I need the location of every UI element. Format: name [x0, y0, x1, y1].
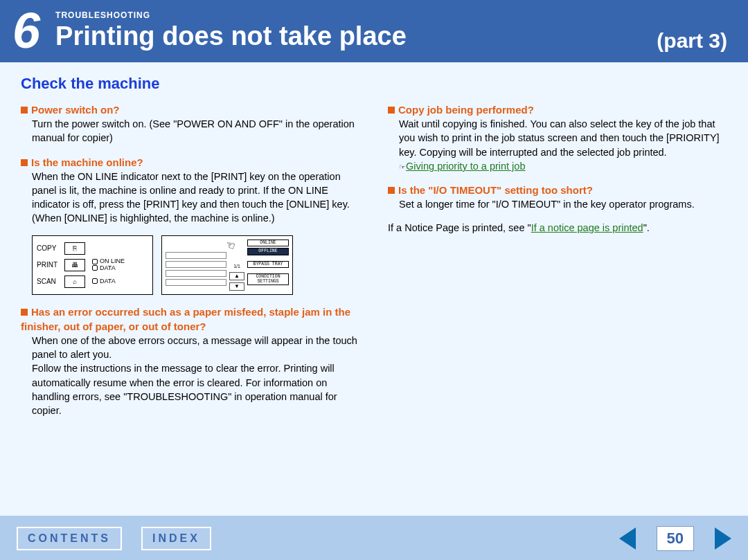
next-page-button[interactable] [715, 527, 731, 550]
item-body: When one of the above errors occurs, a m… [21, 334, 360, 418]
category-label: TROUBLESHOOTING [55, 10, 657, 20]
pointing-hand-icon: ☞ [399, 163, 406, 171]
panel-print-label: PRINT [37, 260, 64, 270]
item-head-text: Has an error occurred such as a paper mi… [21, 306, 350, 332]
square-bullet-icon [21, 159, 28, 166]
item-error: Has an error occurred such as a paper mi… [21, 305, 360, 418]
item-iotimeout: Is the "I/O TIMEOUT" setting too short? … [388, 183, 727, 211]
notice-link[interactable]: If a notice page is printed [531, 222, 643, 233]
square-bullet-icon [21, 309, 28, 316]
item-head: Is the machine online? [21, 155, 360, 170]
panel-scan-label: SCAN [37, 277, 64, 287]
up-arrow-icon: ▲ [229, 272, 244, 280]
item-power: Power switch on? Turn the power switch o… [21, 102, 360, 145]
print-icon: 🖶 [64, 259, 85, 271]
panel-right: ☜ 1/1 ▲ ▼ ONLINE OFFLINE BYPASS TRAY CON… [161, 235, 293, 295]
header-text: TROUBLESHOOTING Printing does not take p… [53, 10, 657, 51]
priority-link[interactable]: Giving priority to a print job [406, 161, 525, 172]
item-head-text: Copy job being performed? [398, 104, 534, 116]
led-icon [92, 265, 98, 271]
led-data2-label: DATA [100, 278, 116, 284]
scan-icon: ⌕ [64, 276, 85, 288]
square-bullet-icon [388, 187, 395, 194]
item-head-text: Is the machine online? [31, 156, 143, 168]
page-number: 50 [657, 526, 694, 551]
panel-btn-bypass: BYPASS TRAY [247, 261, 289, 269]
item-head: Has an error occurred such as a paper mi… [21, 305, 360, 334]
item-body-text: Wait until copying is finished. You can … [399, 118, 720, 158]
panel-btn-condition: CONDITION SETTINGS [247, 273, 289, 285]
panel-btn-offline: OFFLINE [247, 248, 289, 255]
page-title: Printing does not take place [55, 21, 657, 51]
panel-row-print: PRINT 🖶 ON LINE DATA [37, 257, 148, 273]
item-head: Power switch on? [21, 102, 360, 117]
square-bullet-icon [21, 107, 28, 114]
item-head-text: Power switch on? [31, 104, 120, 116]
panel-line [166, 252, 226, 259]
chapter-number: 6 [0, 6, 53, 55]
square-bullet-icon [388, 107, 395, 114]
panel-line [166, 270, 226, 277]
operation-panel-diagram: COPY ⎘ PRINT 🖶 ON LINE DATA SCAN ⌕ [32, 235, 360, 295]
prev-page-button[interactable] [619, 527, 636, 550]
panel-btn-online: ONLINE [247, 240, 289, 247]
panel-row-scan: SCAN ⌕ DATA [37, 273, 148, 290]
page-header: 6 TROUBLESHOOTING Printing does not take… [0, 0, 748, 62]
item-body: Turn the power switch on. (See "POWER ON… [21, 117, 360, 145]
panel-page-indicator: 1/1 [229, 263, 244, 270]
left-column: Power switch on? Turn the power switch o… [21, 102, 360, 428]
item-head: Is the "I/O TIMEOUT" setting too short? [388, 183, 727, 197]
led-group-print: ON LINE DATA [92, 258, 125, 272]
led-online-label: ON LINE [100, 258, 125, 264]
led-icon [92, 278, 98, 284]
item-body: Wait until copying is finished. You can … [388, 117, 727, 173]
columns: Power switch on? Turn the power switch o… [21, 102, 727, 428]
notice-line: If a Notice Page is printed, see "If a n… [388, 221, 727, 235]
led-icon [92, 259, 98, 264]
notice-prefix: If a Notice Page is printed, see " [388, 222, 531, 233]
index-button[interactable]: INDEX [141, 527, 211, 550]
panel-row-copy: COPY ⎘ [37, 240, 148, 257]
led-group-scan: DATA [92, 278, 116, 285]
panel-left: COPY ⎘ PRINT 🖶 ON LINE DATA SCAN ⌕ [32, 235, 153, 295]
item-body: Set a longer time for "I/O TIMEOUT" in t… [388, 197, 727, 211]
contents-button[interactable]: CONTENTS [17, 527, 122, 550]
panel-line [166, 261, 226, 268]
item-body: When the ON LINE indicator next to the [… [21, 170, 360, 226]
led-data1-label: DATA [100, 264, 116, 271]
panel-line [166, 279, 226, 286]
item-head: Copy job being performed? [388, 102, 727, 117]
panel-mid: ☜ 1/1 ▲ ▼ [229, 240, 244, 291]
panel-buttons: ONLINE OFFLINE BYPASS TRAY CONDITION SET… [247, 240, 289, 291]
copy-icon: ⎘ [64, 242, 85, 255]
right-column: Copy job being performed? Wait until cop… [388, 102, 727, 428]
panel-copy-label: COPY [37, 244, 64, 253]
item-head-text: Is the "I/O TIMEOUT" setting too short? [398, 184, 593, 196]
section-title: Check the machine [21, 75, 727, 93]
down-arrow-icon: ▼ [229, 282, 244, 291]
footer: CONTENTS INDEX 50 [0, 516, 748, 560]
item-online: Is the machine online? When the ON LINE … [21, 155, 360, 226]
content-area: Check the machine Power switch on? Turn … [0, 62, 748, 516]
item-copyjob: Copy job being performed? Wait until cop… [388, 102, 727, 173]
part-label: (part 3) [657, 29, 727, 55]
panel-lines [166, 240, 226, 291]
notice-suffix: ". [643, 222, 650, 233]
